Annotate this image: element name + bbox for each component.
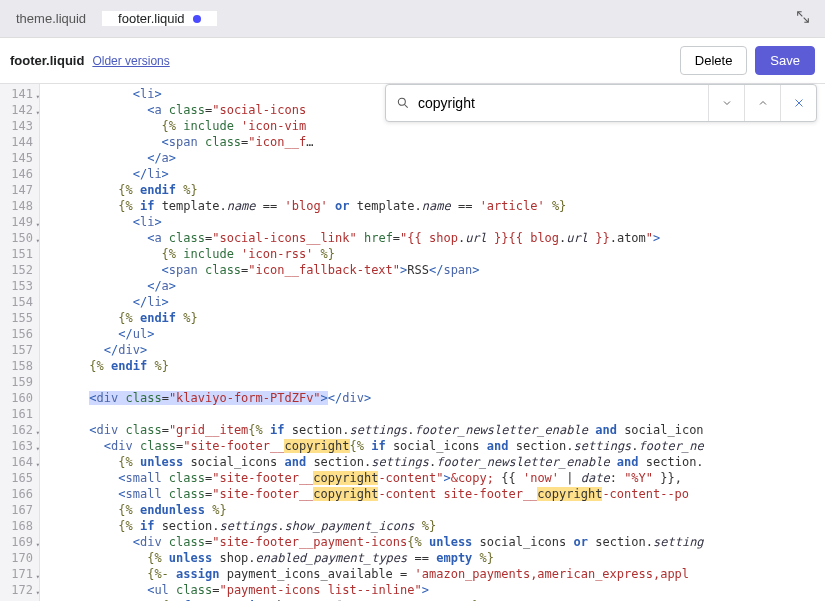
code-line[interactable]: {% endif %}	[46, 310, 825, 326]
line-number: 147	[0, 182, 39, 198]
code-line[interactable]: <li>	[46, 214, 825, 230]
line-number: 146	[0, 166, 39, 182]
save-button[interactable]: Save	[755, 46, 815, 75]
close-search-button[interactable]	[780, 85, 816, 121]
expand-icon[interactable]	[781, 9, 825, 28]
line-number: 158	[0, 358, 39, 374]
line-number: 160	[0, 390, 39, 406]
code-line[interactable]: </li>	[46, 294, 825, 310]
line-number: 159	[0, 374, 39, 390]
line-number: 172	[0, 582, 39, 598]
older-versions-link[interactable]: Older versions	[92, 54, 169, 68]
code-line[interactable]	[46, 406, 825, 422]
line-number: 167	[0, 502, 39, 518]
line-number: 156	[0, 326, 39, 342]
file-header: footer.liquid Older versions Delete Save	[0, 38, 825, 84]
line-number: 166	[0, 486, 39, 502]
line-number: 148	[0, 198, 39, 214]
code-area[interactable]: <li> <a class="social-icons {% include '…	[40, 84, 825, 601]
code-line[interactable]: {% if section.settings.show_payment_icon…	[46, 518, 825, 534]
line-number: 164	[0, 454, 39, 470]
code-line[interactable]: {% unless shop.enabled_payment_types == …	[46, 550, 825, 566]
line-number: 168	[0, 518, 39, 534]
code-line[interactable]: <small class="site-footer__copyright-con…	[46, 470, 825, 486]
line-number: 144	[0, 134, 39, 150]
line-number: 170	[0, 550, 39, 566]
svg-point-0	[398, 98, 405, 105]
line-number: 142	[0, 102, 39, 118]
tab-label: footer.liquid	[118, 11, 185, 26]
code-line[interactable]: {% endunless %}	[46, 502, 825, 518]
line-number: 151	[0, 246, 39, 262]
code-line[interactable]: <span class="icon__f…	[46, 134, 825, 150]
delete-button[interactable]: Delete	[680, 46, 748, 75]
code-editor[interactable]: 1411421431441451461471481491501511521531…	[0, 84, 825, 601]
code-line[interactable]: <div class="site-footer__payment-icons{%…	[46, 534, 825, 550]
file-name: footer.liquid	[10, 53, 84, 68]
code-line[interactable]: {% endif %}	[46, 358, 825, 374]
line-number: 145	[0, 150, 39, 166]
line-number: 161	[0, 406, 39, 422]
code-line[interactable]	[46, 374, 825, 390]
code-line[interactable]: <ul class="payment-icons list--inline">	[46, 582, 825, 598]
line-number: 141	[0, 86, 39, 102]
code-line[interactable]: <span class="icon__fallback-text">RSS</s…	[46, 262, 825, 278]
line-number: 150	[0, 230, 39, 246]
line-number: 153	[0, 278, 39, 294]
code-line[interactable]: </div>	[46, 342, 825, 358]
line-number: 149	[0, 214, 39, 230]
code-line[interactable]: </ul>	[46, 326, 825, 342]
code-line[interactable]: </li>	[46, 166, 825, 182]
editor-search	[385, 84, 817, 122]
tab-theme-liquid[interactable]: theme.liquid	[0, 11, 102, 26]
line-number: 171	[0, 566, 39, 582]
code-line[interactable]: </a>	[46, 150, 825, 166]
code-line[interactable]: <small class="site-footer__copyright-con…	[46, 486, 825, 502]
line-number: 165	[0, 470, 39, 486]
code-line[interactable]: <div class="grid__item{% if section.sett…	[46, 422, 825, 438]
find-prev-button[interactable]	[744, 85, 780, 121]
search-input[interactable]	[418, 85, 708, 121]
tab-bar: theme.liquidfooter.liquid	[0, 0, 825, 38]
code-line[interactable]: </a>	[46, 278, 825, 294]
line-number: 163	[0, 438, 39, 454]
tab-label: theme.liquid	[16, 11, 86, 26]
line-number: 162	[0, 422, 39, 438]
line-number: 152	[0, 262, 39, 278]
code-line[interactable]: <div class="klaviyo-form-PTdZFv"></div>	[46, 390, 825, 406]
code-line[interactable]: {% unless social_icons and section.setti…	[46, 454, 825, 470]
code-line[interactable]: {% if template.name == 'blog' or templat…	[46, 198, 825, 214]
line-number: 154	[0, 294, 39, 310]
line-number: 143	[0, 118, 39, 134]
code-line[interactable]: {% include 'icon-rss' %}	[46, 246, 825, 262]
code-line[interactable]: {% endif %}	[46, 182, 825, 198]
code-line[interactable]: <div class="site-footer__copyright{% if …	[46, 438, 825, 454]
code-line[interactable]: {%- assign payment_icons_available = 'am…	[46, 566, 825, 582]
search-icon	[386, 96, 418, 110]
line-gutter: 1411421431441451461471481491501511521531…	[0, 84, 40, 601]
tab-footer-liquid[interactable]: footer.liquid	[102, 11, 217, 26]
find-next-button[interactable]	[708, 85, 744, 121]
line-number: 157	[0, 342, 39, 358]
line-number: 169	[0, 534, 39, 550]
code-line[interactable]: <a class="social-icons__link" href="{{ s…	[46, 230, 825, 246]
line-number: 155	[0, 310, 39, 326]
dirty-dot-icon	[193, 15, 201, 23]
